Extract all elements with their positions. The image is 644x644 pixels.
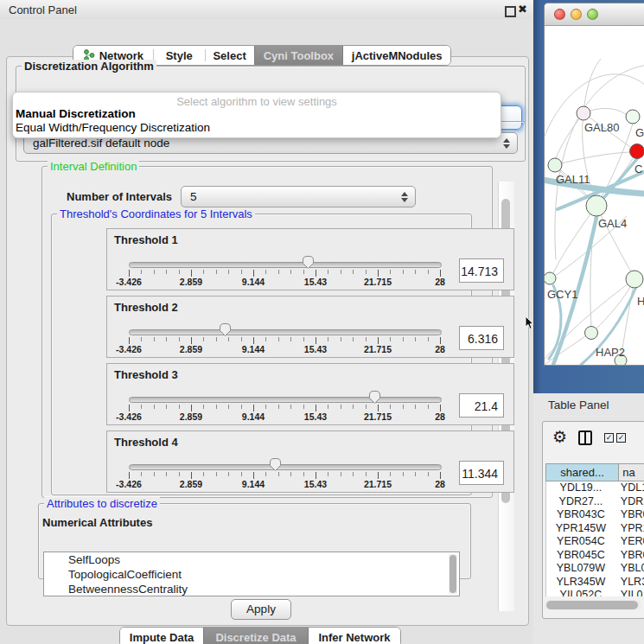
checkbox-icon[interactable]: ✓: [616, 433, 626, 443]
table-row[interactable]: YBL079WYBL0: [546, 562, 644, 576]
threshold-label: Threshold 2: [114, 301, 178, 314]
tab-label: Discretize Data: [215, 631, 296, 644]
tab-impute-data[interactable]: Impute Data: [120, 628, 203, 644]
float-window-icon[interactable]: [505, 6, 516, 17]
table-row[interactable]: YBR043CYBR0: [546, 508, 644, 522]
table-cell: YBL0: [615, 562, 644, 576]
network-node-GAL4[interactable]: [586, 195, 607, 216]
tick-label: 28: [435, 344, 445, 354]
list-scrollbar[interactable]: [449, 554, 457, 594]
threshold-value-field[interactable]: 21.4: [459, 393, 504, 418]
tick-label: 2.859: [180, 344, 202, 354]
network-canvas[interactable]: GAL80GACGAL11GAL4GCY1HHAP2: [545, 26, 644, 365]
slider-thumb[interactable]: [302, 255, 315, 270]
tick-label: 15.43: [304, 411, 327, 422]
table-cell: YPR1: [615, 522, 644, 536]
tick-label: 15.43: [304, 479, 327, 489]
tab-cyni-toolbox[interactable]: Cyni Toolbox: [254, 46, 344, 65]
slider-ticks: [129, 337, 441, 344]
apply-button[interactable]: Apply: [231, 599, 291, 620]
list-item[interactable]: SelfLoops: [44, 552, 459, 567]
traffic-light-close-icon[interactable]: [554, 9, 565, 20]
tab-label: Infer Network: [318, 631, 390, 644]
network-edge[interactable]: [545, 335, 586, 365]
threshold-panel: Threshold 4-3.4262.8599.14415.4321.71528…: [106, 430, 514, 493]
table-row[interactable]: YIL052CYIL0: [546, 589, 644, 596]
list-item[interactable]: TopologicalCoefficient: [44, 567, 459, 582]
network-node-GA[interactable]: [626, 110, 640, 124]
tab-discretize-data[interactable]: Discretize Data: [203, 628, 309, 644]
dropdown-option-manual[interactable]: Manual Discretization: [16, 107, 136, 120]
table-cell: YIL052C: [546, 589, 615, 596]
network-edge[interactable]: [555, 152, 630, 165]
tick-label: 9.144: [242, 411, 265, 422]
network-edge[interactable]: [596, 206, 633, 275]
network-edge[interactable]: [556, 113, 583, 158]
tab-infer-network[interactable]: Infer Network: [309, 628, 400, 644]
network-node-red-node[interactable]: [630, 144, 644, 159]
group-title: Discretization Algorithm: [22, 60, 156, 73]
traffic-light-zoom-icon[interactable]: [587, 9, 598, 20]
table-row[interactable]: YER054CYER0: [546, 535, 644, 549]
tab-label: jActiveMNodules: [352, 49, 443, 62]
table-row[interactable]: YLR345WYLR3: [546, 576, 644, 590]
gear-icon[interactable]: ⚙: [552, 427, 567, 447]
network-node-GCY1[interactable]: [545, 272, 556, 284]
network-node-HAP2[interactable]: [585, 327, 598, 340]
network-node-H[interactable]: [626, 271, 643, 288]
list-item[interactable]: BetweennessCentrality: [44, 582, 459, 596]
table-rows: YDL19...YDL1YDR27...YDR2YBR043CYBR0YPR14…: [545, 481, 644, 596]
threshold-value-field[interactable]: 6.316: [459, 326, 504, 350]
network-window-frame[interactable]: GAL80GACGAL11GAL4GCY1HHAP2: [533, 0, 644, 393]
numerical-attributes-list[interactable]: SelfLoopsTopologicalCoefficientBetweenne…: [43, 552, 460, 596]
network-node-GAL11[interactable]: [548, 158, 562, 172]
table-cell: YER054C: [546, 535, 615, 549]
dropdown-option-equal-width[interactable]: Equal Width/Frequency Discretization: [16, 121, 210, 134]
traffic-light-minimize-icon[interactable]: [571, 9, 582, 20]
table-row[interactable]: YDL19...YDL1: [546, 481, 644, 495]
slider-thumb[interactable]: [219, 322, 232, 337]
network-window: GAL80GACGAL11GAL4GCY1HHAP2: [544, 3, 644, 366]
slider-thumb[interactable]: [269, 457, 282, 472]
tab-jactivemnodules[interactable]: jActiveMNodules: [343, 46, 450, 65]
tab-label: Cyni Toolbox: [264, 49, 334, 62]
slider-track[interactable]: [129, 464, 442, 470]
slider-track[interactable]: [129, 397, 442, 403]
close-icon[interactable]: ✖: [518, 3, 527, 16]
table-row[interactable]: YPR145WYPR1: [546, 522, 644, 536]
tab-style[interactable]: Style: [154, 46, 205, 65]
threshold-value-field[interactable]: 14.713: [459, 258, 504, 283]
threshold-panel: Threshold 1-3.4262.8599.14415.4321.71528…: [106, 228, 514, 290]
slider-track[interactable]: [129, 262, 442, 268]
node-label: GAL11: [556, 173, 590, 186]
checkbox-icon[interactable]: ✓: [604, 433, 614, 443]
scrollbar-thumb[interactable]: [450, 555, 456, 593]
threshold-label: Threshold 1: [114, 233, 178, 246]
table-panel: ⚙ ✓ ✓ shared... na YDL19...YDL1YDR27...Y…: [542, 421, 644, 619]
slider-thumb[interactable]: [368, 390, 381, 405]
tick-label: 2.859: [180, 277, 202, 287]
network-edge-highlighted[interactable]: [553, 209, 598, 365]
table-row[interactable]: YDR27...YDR2: [546, 495, 644, 509]
table-cell: YLR3: [615, 576, 644, 590]
tab-label: Impute Data: [130, 631, 194, 644]
network-window-titlebar[interactable]: [545, 3, 644, 26]
node-table: shared... na YDL19...YDL1YDR27...YDR2YBR…: [545, 463, 644, 596]
column-split-icon[interactable]: [578, 430, 592, 445]
horizontal-scrollbar[interactable]: [545, 600, 641, 610]
scrollbar-thumb[interactable]: [546, 601, 638, 609]
network-node-GAL80[interactable]: [577, 106, 590, 120]
table-row[interactable]: YBR045CYBR0: [546, 549, 644, 563]
num-intervals-combo[interactable]: 5: [181, 186, 416, 207]
table-header-shared[interactable]: shared...: [546, 464, 619, 481]
tick-label: -3.426: [116, 479, 142, 489]
threshold-value-field[interactable]: 11.344: [459, 461, 504, 485]
tick-label: -3.426: [116, 411, 142, 422]
tick-label: 28: [435, 411, 445, 422]
tab-select[interactable]: Select: [206, 46, 254, 65]
spinner-icon: [503, 138, 510, 149]
slider-ticks: [129, 405, 441, 411]
control-panel-body: Network Style Select Cyni Toolbox jActiv…: [0, 19, 533, 644]
table-header-name[interactable]: na: [619, 464, 644, 481]
slider-track[interactable]: [129, 329, 442, 335]
